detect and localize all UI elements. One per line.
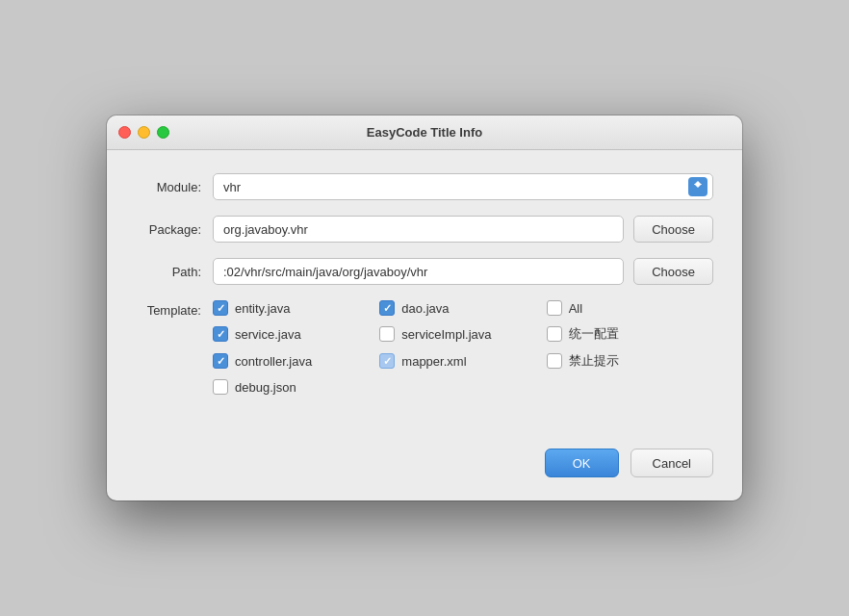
ok-button[interactable]: OK bbox=[545, 449, 619, 477]
checkbox-serviceimpl[interactable] bbox=[379, 326, 395, 342]
checkbox-all-label: All bbox=[569, 301, 582, 316]
checkbox-noprompt[interactable] bbox=[547, 353, 562, 369]
checkbox-controller[interactable] bbox=[213, 353, 228, 369]
template-row: Template: entity.java dao.java All bbox=[136, 300, 713, 395]
checkbox-item-mapper: mapper.xml bbox=[379, 353, 546, 369]
checkbox-item-debug: debug.json bbox=[213, 379, 379, 395]
module-row: Module: vhr bbox=[136, 173, 713, 200]
path-row: Path: Choose bbox=[136, 258, 713, 285]
path-input[interactable] bbox=[213, 258, 624, 285]
checkbox-item-unified: 统一配置 bbox=[547, 325, 713, 343]
package-control: Choose bbox=[213, 216, 713, 243]
checkbox-dao-label: dao.java bbox=[401, 301, 449, 316]
package-row: Package: Choose bbox=[136, 216, 713, 243]
template-grid: entity.java dao.java All service.java bbox=[213, 300, 713, 395]
checkbox-item-service: service.java bbox=[213, 326, 379, 342]
traffic-lights bbox=[118, 126, 169, 139]
maximize-button[interactable] bbox=[157, 126, 169, 139]
path-control: Choose bbox=[213, 258, 713, 285]
checkbox-item-all: All bbox=[547, 300, 713, 316]
cancel-button[interactable]: Cancel bbox=[630, 449, 713, 477]
checkbox-serviceimpl-label: serviceImpl.java bbox=[401, 327, 491, 342]
checkbox-item-entity: entity.java bbox=[213, 300, 379, 316]
module-control: vhr bbox=[213, 173, 713, 200]
checkbox-dao[interactable] bbox=[379, 300, 395, 316]
module-select-wrapper: vhr bbox=[213, 173, 713, 200]
minimize-button[interactable] bbox=[138, 126, 150, 139]
checkbox-unified[interactable] bbox=[547, 326, 562, 342]
titlebar: EasyCode Title Info bbox=[107, 116, 742, 150]
footer: OK Cancel bbox=[107, 433, 742, 500]
template-label: Template: bbox=[136, 300, 213, 318]
path-choose-button[interactable]: Choose bbox=[633, 258, 713, 285]
checkbox-item-controller: controller.java bbox=[213, 353, 379, 369]
window-title: EasyCode Title Info bbox=[367, 125, 482, 140]
dialog-window: EasyCode Title Info Module: vhr Package:… bbox=[107, 116, 742, 500]
checkbox-debug[interactable] bbox=[213, 379, 228, 395]
checkbox-unified-label: 统一配置 bbox=[569, 325, 619, 343]
close-button[interactable] bbox=[118, 126, 131, 139]
package-input[interactable] bbox=[213, 216, 624, 243]
checkbox-item-dao: dao.java bbox=[379, 300, 546, 316]
module-label: Module: bbox=[136, 180, 213, 194]
checkbox-entity-label: entity.java bbox=[235, 301, 291, 316]
checkbox-entity[interactable] bbox=[213, 300, 228, 316]
checkbox-service[interactable] bbox=[213, 326, 228, 342]
checkbox-mapper-label: mapper.xml bbox=[401, 354, 466, 369]
checkbox-debug-label: debug.json bbox=[235, 380, 296, 395]
checkbox-controller-label: controller.java bbox=[235, 354, 312, 369]
checkbox-all[interactable] bbox=[547, 300, 562, 316]
checkbox-item-noprompt: 禁止提示 bbox=[547, 352, 713, 370]
package-label: Package: bbox=[136, 222, 213, 237]
checkbox-mapper[interactable] bbox=[379, 353, 395, 369]
package-choose-button[interactable]: Choose bbox=[633, 216, 713, 243]
checkbox-service-label: service.java bbox=[235, 327, 301, 342]
checkbox-item-serviceimpl: serviceImpl.java bbox=[379, 326, 546, 342]
form-content: Module: vhr Package: Choose Path: Choose bbox=[107, 150, 742, 433]
module-select[interactable]: vhr bbox=[213, 173, 713, 200]
checkbox-noprompt-label: 禁止提示 bbox=[569, 352, 619, 370]
path-label: Path: bbox=[136, 265, 213, 279]
